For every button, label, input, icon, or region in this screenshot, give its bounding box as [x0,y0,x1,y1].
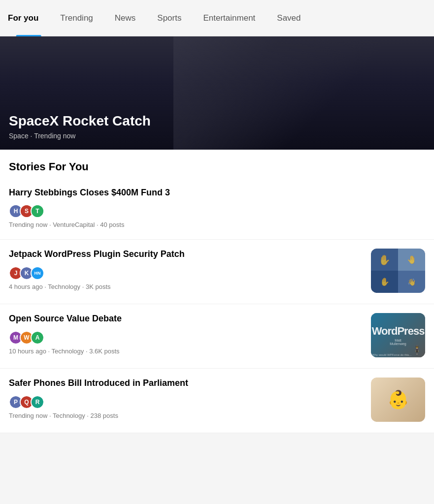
navigation-bar: For you Trending News Sports Entertainme… [0,0,434,36]
story-content: Jetpack WordPress Plugin Security Patch … [9,249,365,290]
hero-banner[interactable]: SpaceX Rocket Catch Space · Trending now [0,36,434,150]
hero-status: Trending now [34,132,75,140]
story-avatars: P Q R [9,395,365,409]
story-avatars: M W A [9,331,365,345]
story-avatars: H S T [9,204,425,218]
hero-category: Space [9,132,29,140]
hero-separator: · [31,132,34,140]
story-item[interactable]: Harry Stebbings Closes $400M Fund 3 H S … [0,178,434,240]
story-posts: 238 posts [91,412,118,419]
story-thumbnail: WordPress MattMullenweg 🕴 Why would WPFo… [371,313,425,357]
story-item[interactable]: Safer Phones Bill Introduced in Parliame… [0,369,434,433]
main-content: Stories For You Harry Stebbings Closes $… [0,150,434,433]
nav-item-trending[interactable]: Trending [49,0,103,36]
nav-item-news[interactable]: News [104,0,147,36]
nav-item-saved[interactable]: Saved [266,0,311,36]
story-posts: 3K posts [86,283,111,290]
story-category: Technology [53,412,85,419]
nav-label-sports: Sports [157,13,181,23]
story-posts: 3.6K posts [89,347,119,355]
nav-label-for-you: For you [8,13,38,23]
story-item[interactable]: Jetpack WordPress Plugin Security Patch … [0,240,434,304]
story-time: 10 hours ago [9,347,46,355]
nav-label-saved: Saved [277,13,300,23]
nav-item-sports[interactable]: Sports [146,0,192,36]
story-time: Trending now [9,412,47,419]
hero-title: SpaceX Rocket Catch [9,113,425,129]
story-title: Jetpack WordPress Plugin Security Patch [9,249,365,260]
story-item[interactable]: Open Source Value Debate M W A 10 hours … [0,304,434,369]
story-avatars: J K HN [9,266,365,280]
nav-label-news: News [115,13,136,23]
story-meta: Trending now · VentureCapital · 40 posts [9,221,425,228]
story-category: Technology [52,347,84,355]
story-category: Technology [48,283,80,290]
story-title: Open Source Value Debate [9,313,365,324]
story-category: VentureCapital [53,221,95,228]
story-meta: Trending now · Technology · 238 posts [9,412,365,419]
avatar: HN [31,266,44,280]
story-time: Trending now [9,221,47,228]
nav-item-entertainment[interactable]: Entertainment [192,0,266,36]
story-content: Safer Phones Bill Introduced in Parliame… [9,378,365,419]
avatar: R [31,395,44,409]
avatar: A [31,331,44,345]
nav-label-entertainment: Entertainment [203,13,255,23]
story-time: 4 hours ago [9,283,43,290]
nav-item-for-you[interactable]: For you [8,0,49,36]
story-posts: 40 posts [100,221,124,228]
story-meta: 10 hours ago · Technology · 3.6K posts [9,347,365,355]
story-title: Safer Phones Bill Introduced in Parliame… [9,378,365,389]
story-title: Harry Stebbings Closes $400M Fund 3 [9,187,425,198]
avatar: T [31,204,44,218]
story-thumbnail: 👶 [371,378,425,422]
story-meta: 4 hours ago · Technology · 3K posts [9,283,365,290]
story-content: Open Source Value Debate M W A 10 hours … [9,313,365,354]
story-content: Harry Stebbings Closes $400M Fund 3 H S … [9,187,425,228]
story-thumbnail: ✋ 🤚 ✋ 👋 [371,249,425,293]
nav-label-trending: Trending [60,13,93,23]
section-title: Stories For You [0,150,434,178]
hero-meta: Space · Trending now [9,132,425,140]
